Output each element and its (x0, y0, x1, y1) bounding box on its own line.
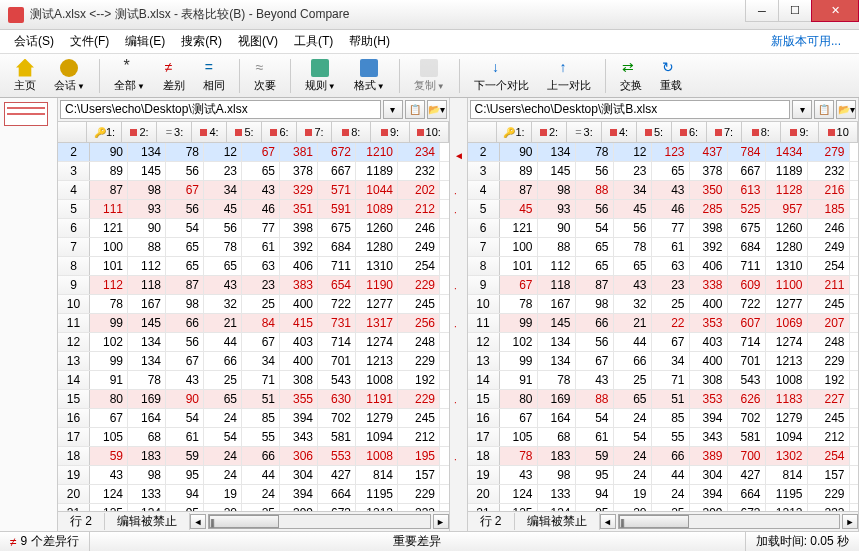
toolbar-minor-button[interactable]: 次要 (246, 56, 284, 96)
overview-thumb[interactable] (4, 102, 48, 126)
left-scroll-right[interactable]: ► (433, 514, 449, 529)
right-col-header-2[interactable]: 2: (532, 122, 567, 142)
right-row-14[interactable]: 1491784325713085431008192 (468, 371, 859, 390)
toolbar-next-button[interactable]: 下一个对比 (466, 56, 537, 96)
minimize-button[interactable]: ─ (745, 0, 779, 22)
right-row-3[interactable]: 3891455623653786671189232 (468, 162, 859, 181)
right-row-4[interactable]: 487988834433506131128216 (468, 181, 859, 200)
maximize-button[interactable]: ☐ (778, 0, 812, 22)
menu-file[interactable]: 文件(F) (62, 33, 117, 50)
left-row-4[interactable]: 487986734433295711044202 (58, 181, 449, 200)
toolbar-swap-button[interactable]: 交换 (612, 56, 650, 96)
right-path-input[interactable] (470, 100, 791, 119)
right-history-button[interactable]: 📋 (814, 100, 834, 119)
left-scroll-thumb[interactable]: ⦀ (209, 515, 279, 528)
right-scroll-left[interactable]: ◄ (600, 514, 616, 529)
left-row-6[interactable]: 6121905456773986751260246 (58, 219, 449, 238)
left-row-12[interactable]: 121021345644674037141274248 (58, 333, 449, 352)
right-row-13[interactable]: 13991346766344007011213229 (468, 352, 859, 371)
left-row-8[interactable]: 81011126565634067111310254 (58, 257, 449, 276)
left-row-21[interactable]: 211251349520253996731212232 (58, 504, 449, 511)
toolbar-prev-button[interactable]: 上一对比 (539, 56, 599, 96)
left-col-header-3[interactable]: 3: (157, 122, 192, 142)
toolbar-format-button[interactable]: 格式▼ (346, 56, 393, 96)
right-row-6[interactable]: 6121905456773986751260246 (468, 219, 859, 238)
left-browse-button[interactable]: 📂▾ (427, 100, 447, 119)
menu-search[interactable]: 搜索(R) (173, 33, 230, 50)
left-col-header-1[interactable]: 🔑1: (87, 122, 122, 142)
toolbar-rules-button[interactable]: 规则▼ (297, 56, 344, 96)
right-col-header-7[interactable]: 7: (707, 122, 742, 142)
left-row-10[interactable]: 10781679832254007221277245 (58, 295, 449, 314)
right-row-7[interactable]: 7100886578613926841280249 (468, 238, 859, 257)
left-path-input[interactable] (60, 100, 381, 119)
toolbar-all-button[interactable]: 全部▼ (106, 56, 153, 96)
menu-edit[interactable]: 编辑(E) (117, 33, 173, 50)
right-row-15[interactable]: 15801698865513536261183227 (468, 390, 859, 409)
right-row-12[interactable]: 121021345644674037141274248 (468, 333, 859, 352)
right-row-21[interactable]: 211251349520253996731212232 (468, 504, 859, 511)
right-row-8[interactable]: 81011126565634067111310254 (468, 257, 859, 276)
right-row-20[interactable]: 201241339419243946641195229 (468, 485, 859, 504)
left-row-17[interactable]: 17105686154553435811094212 (58, 428, 449, 447)
right-col-header-3[interactable]: 3: (567, 122, 602, 142)
right-scroll-thumb[interactable]: ⦀ (619, 515, 689, 528)
left-row-15[interactable]: 15801699065513556301191229 (58, 390, 449, 409)
menu-help[interactable]: 帮助(H) (341, 33, 398, 50)
right-path-dropdown[interactable]: ▾ (792, 100, 812, 119)
left-row-11[interactable]: 11991456621844157311317256 (58, 314, 449, 333)
toolbar-home-button[interactable]: 主页 (6, 56, 44, 96)
right-row-5[interactable]: 54593564546285525957185 (468, 200, 859, 219)
left-row-5[interactable]: 5111935645463515911089212 (58, 200, 449, 219)
left-row-16[interactable]: 16671645424853947021279245 (58, 409, 449, 428)
right-row-9[interactable]: 9671188743233386091100211 (468, 276, 859, 295)
left-col-header-10[interactable]: 10: (410, 122, 449, 142)
right-col-header-4[interactable]: 4: (602, 122, 637, 142)
left-row-20[interactable]: 201241339419243946641195229 (58, 485, 449, 504)
left-row-7[interactable]: 7100886578613926841280249 (58, 238, 449, 257)
left-row-2[interactable]: 2901347812673816721210234 (58, 143, 449, 162)
left-row-14[interactable]: 1491784325713085431008192 (58, 371, 449, 390)
left-col-header-5[interactable]: 5: (227, 122, 262, 142)
right-col-header-9[interactable]: 9: (781, 122, 820, 142)
left-col-header-7[interactable]: 7: (297, 122, 332, 142)
left-col-header-8[interactable]: 8: (332, 122, 371, 142)
left-path-dropdown[interactable]: ▾ (383, 100, 403, 119)
left-col-header-9[interactable]: 9: (371, 122, 410, 142)
right-row-10[interactable]: 10781679832254007221277245 (468, 295, 859, 314)
left-col-header-2[interactable]: 2: (122, 122, 157, 142)
left-col-header-6[interactable]: 6: (262, 122, 297, 142)
toolbar-diff-button[interactable]: 差别 (155, 56, 193, 96)
toolbar-same-button[interactable]: 相同 (195, 56, 233, 96)
left-row-18[interactable]: 18591835924663065531008195 (58, 447, 449, 466)
menu-session[interactable]: 会话(S) (6, 33, 62, 50)
right-col-header-6[interactable]: 6: (672, 122, 707, 142)
toolbar-reload-button[interactable]: 重载 (652, 56, 690, 96)
right-row-2[interactable]: 29013478121234377841434279 (468, 143, 859, 162)
close-button[interactable]: ✕ (811, 0, 859, 22)
toolbar-sessions-button[interactable]: 会话▼ (46, 56, 93, 96)
right-row-17[interactable]: 17105686154553435811094212 (468, 428, 859, 447)
menu-tools[interactable]: 工具(T) (286, 33, 341, 50)
left-col-header-4[interactable]: 4: (192, 122, 227, 142)
update-link[interactable]: 新版本可用... (763, 33, 849, 50)
left-row-13[interactable]: 13991346766344007011213229 (58, 352, 449, 371)
right-scroll-track[interactable]: ⦀ (618, 514, 840, 529)
right-row-16[interactable]: 16671645424853947021279245 (468, 409, 859, 428)
left-history-button[interactable]: 📋 (405, 100, 425, 119)
left-scroll-track[interactable]: ⦀ (208, 514, 430, 529)
right-row-11[interactable]: 11991456621223536071069207 (468, 314, 859, 333)
right-col-header-1[interactable]: 🔑1: (497, 122, 532, 142)
right-row-18[interactable]: 18781835924663897001302254 (468, 447, 859, 466)
right-browse-button[interactable]: 📂▾ (836, 100, 856, 119)
right-scroll-right[interactable]: ► (842, 514, 858, 529)
right-col-header-8[interactable]: 8: (742, 122, 781, 142)
left-scroll-left[interactable]: ◄ (190, 514, 206, 529)
right-col-header-5[interactable]: 5: (637, 122, 672, 142)
left-row-19[interactable]: 194398952444304427814157 (58, 466, 449, 485)
menu-view[interactable]: 视图(V) (230, 33, 286, 50)
left-row-3[interactable]: 3891455623653786671189232 (58, 162, 449, 181)
left-row-9[interactable]: 91121188743233836541190229 (58, 276, 449, 295)
right-row-19[interactable]: 194398952444304427814157 (468, 466, 859, 485)
right-col-header-10[interactable]: 10 (819, 122, 858, 142)
